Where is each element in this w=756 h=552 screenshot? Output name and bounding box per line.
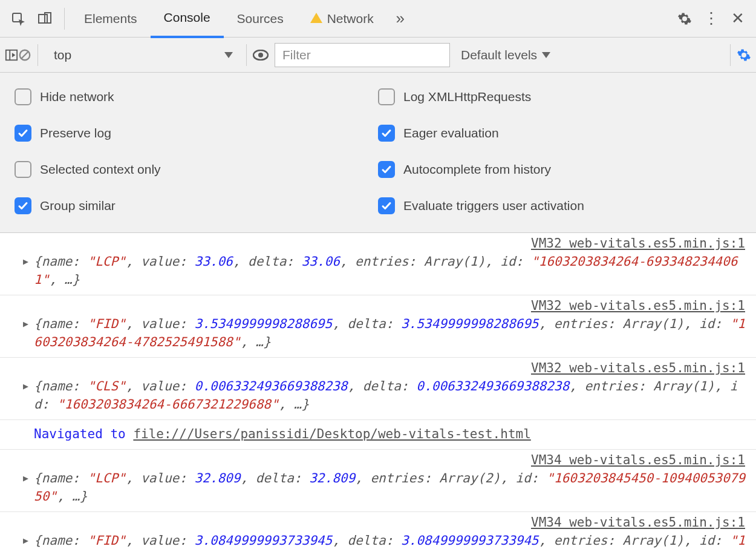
option-autocomplete-hist[interactable]: Autocomplete from history [378, 161, 741, 178]
checkbox-icon [15, 88, 31, 105]
source-link[interactable]: VM32 web-vitals.es5.min.js:1 [34, 359, 749, 377]
live-expression-icon[interactable] [253, 50, 269, 61]
console-log-row[interactable]: VM34 web-vitals.es5.min.js:1▶{name: "FID… [0, 512, 756, 552]
option-label: Eager evaluation [403, 126, 499, 140]
console-log-list: VM32 web-vitals.es5.min.js:1▶{name: "LCP… [0, 233, 756, 552]
expand-arrow-icon[interactable]: ▶ [23, 535, 28, 546]
log-object[interactable]: {name: "CLS", value: 0.00633249366938823… [34, 377, 749, 413]
checkbox-icon [378, 161, 395, 178]
option-hide-network[interactable]: Hide network [15, 88, 378, 105]
tab-label: Sources [237, 1, 284, 37]
option-label: Group similar [40, 199, 116, 213]
console-settings-gear-icon[interactable] [737, 48, 751, 62]
console-log-row[interactable]: VM34 web-vitals.es5.min.js:1▶{name: "LCP… [0, 450, 756, 512]
toggle-sidebar-icon[interactable] [5, 48, 18, 62]
divider [64, 8, 65, 30]
warning-icon [310, 13, 322, 23]
context-selector[interactable]: top [47, 44, 240, 67]
checkbox-icon [15, 197, 31, 214]
checkbox-icon [378, 197, 395, 214]
svg-line-7 [22, 51, 28, 58]
tab-elements[interactable]: Elements [71, 0, 151, 38]
filter-input[interactable] [275, 43, 450, 67]
option-label: Selected context only [40, 162, 161, 177]
checkbox-icon [378, 88, 395, 105]
expand-arrow-icon[interactable]: ▶ [23, 256, 28, 267]
nav-url[interactable]: file:///Users/panissidi/Desktop/web-vita… [133, 427, 530, 441]
close-devtools-icon[interactable]: ✕ [725, 5, 751, 32]
settings-gear-icon[interactable] [671, 5, 698, 32]
option-label: Autocomplete from history [403, 162, 551, 177]
tab-label: Console [164, 0, 210, 36]
nav-label: Navigated to [34, 427, 133, 441]
option-label: Log XMLHttpRequests [403, 90, 531, 104]
tab-label: Elements [84, 1, 137, 37]
option-log-xhr[interactable]: Log XMLHttpRequests [378, 88, 741, 105]
option-label: Evaluate triggers user activation [403, 199, 584, 213]
expand-arrow-icon[interactable]: ▶ [23, 473, 28, 484]
console-log-row[interactable]: VM32 web-vitals.es5.min.js:1▶{name: "LCP… [0, 233, 756, 295]
navigation-log: Navigated to file:///Users/panissidi/Des… [0, 420, 756, 450]
svg-rect-1 [39, 15, 47, 23]
overflow-tabs-icon[interactable]: » [387, 5, 414, 32]
option-selected-context[interactable]: Selected context only [15, 161, 378, 178]
option-label: Hide network [40, 90, 114, 104]
console-settings-panel: Hide networkPreserve logSelected context… [0, 73, 756, 233]
log-object[interactable]: {name: "FID", value: 3.5349999998288695,… [34, 315, 749, 351]
log-levels-selector[interactable]: Default levels [461, 48, 550, 62]
source-link[interactable]: VM34 web-vitals.es5.min.js:1 [34, 451, 749, 469]
tab-label: Network [327, 1, 374, 37]
source-link[interactable]: VM34 web-vitals.es5.min.js:1 [34, 513, 749, 531]
console-log-row[interactable]: VM32 web-vitals.es5.min.js:1▶{name: "CLS… [0, 358, 756, 420]
option-label: Preserve log [40, 126, 111, 140]
chevron-down-icon [224, 52, 233, 58]
inspect-icon[interactable] [5, 5, 31, 32]
devtools-tabs: ElementsConsoleSourcesNetwork [71, 0, 387, 38]
source-link[interactable]: VM32 web-vitals.es5.min.js:1 [34, 234, 749, 252]
clear-console-icon[interactable] [18, 48, 31, 62]
console-log-row[interactable]: VM32 web-vitals.es5.min.js:1▶{name: "FID… [0, 295, 756, 358]
expand-arrow-icon[interactable]: ▶ [23, 381, 28, 392]
checkbox-icon [378, 125, 395, 142]
svg-point-9 [258, 53, 263, 58]
console-filter-bar: top Default levels [0, 38, 756, 73]
option-preserve-log[interactable]: Preserve log [15, 125, 378, 142]
kebab-menu-icon[interactable]: ⋮ [698, 5, 725, 32]
tab-console[interactable]: Console [151, 0, 224, 38]
context-label: top [54, 48, 71, 62]
option-eager-eval[interactable]: Eager evaluation [378, 125, 741, 142]
option-eval-user-activate[interactable]: Evaluate triggers user activation [378, 197, 741, 214]
device-toolbar-icon[interactable] [31, 5, 58, 32]
log-object[interactable]: {name: "FID", value: 3.0849999993733945,… [34, 531, 749, 552]
source-link[interactable]: VM32 web-vitals.es5.min.js:1 [34, 297, 749, 315]
devtools-tab-bar: ElementsConsoleSourcesNetwork » ⋮ ✕ [0, 0, 756, 38]
log-levels-label: Default levels [461, 48, 537, 62]
chevron-down-icon [542, 52, 550, 58]
checkbox-icon [15, 125, 31, 142]
svg-marker-5 [12, 53, 15, 57]
log-object[interactable]: {name: "LCP", value: 33.06, delta: 33.06… [34, 252, 749, 289]
expand-arrow-icon[interactable]: ▶ [23, 318, 28, 329]
tab-sources[interactable]: Sources [224, 0, 297, 38]
log-object[interactable]: {name: "LCP", value: 32.809, delta: 32.8… [34, 469, 749, 505]
checkbox-icon [15, 161, 31, 178]
option-group-similar[interactable]: Group similar [15, 197, 378, 214]
tab-network[interactable]: Network [297, 0, 387, 38]
